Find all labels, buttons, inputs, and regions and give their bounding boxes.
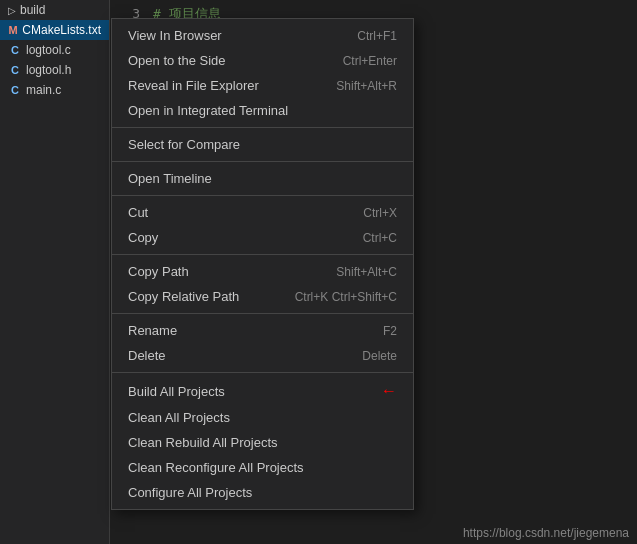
menu-item-configure-all[interactable]: Configure All Projects bbox=[112, 480, 413, 505]
menu-shortcut: Ctrl+X bbox=[363, 206, 397, 220]
context-menu: View In Browser Ctrl+F1 Open to the Side… bbox=[111, 18, 414, 510]
menu-separator-5 bbox=[112, 313, 413, 314]
file-icon-c: C bbox=[8, 64, 22, 76]
menu-separator-2 bbox=[112, 161, 413, 162]
menu-shortcut: Shift+Alt+R bbox=[336, 79, 397, 93]
menu-separator-4 bbox=[112, 254, 413, 255]
menu-shortcut: Ctrl+K Ctrl+Shift+C bbox=[295, 290, 397, 304]
sidebar-item-label: CMakeLists.txt bbox=[22, 23, 101, 37]
sidebar-item-cmakelists[interactable]: M CMakeLists.txt bbox=[0, 20, 109, 40]
menu-item-label: Configure All Projects bbox=[128, 485, 252, 500]
url-bar: https://blog.csdn.net/jiegemena bbox=[110, 522, 637, 544]
sidebar-item-label: logtool.c bbox=[26, 43, 71, 57]
menu-item-open-in-terminal[interactable]: Open in Integrated Terminal bbox=[112, 98, 413, 123]
menu-item-label: Cut bbox=[128, 205, 148, 220]
menu-separator-6 bbox=[112, 372, 413, 373]
file-icon-c: C bbox=[8, 44, 22, 56]
menu-item-label: Build All Projects bbox=[128, 384, 225, 399]
menu-item-reveal-in-explorer[interactable]: Reveal in File Explorer Shift+Alt+R bbox=[112, 73, 413, 98]
arrow-indicator-icon: ← bbox=[381, 382, 397, 400]
menu-item-copy-relative-path[interactable]: Copy Relative Path Ctrl+K Ctrl+Shift+C bbox=[112, 284, 413, 309]
menu-item-cut[interactable]: Cut Ctrl+X bbox=[112, 200, 413, 225]
menu-separator-3 bbox=[112, 195, 413, 196]
sidebar-item-build[interactable]: ▷ build bbox=[0, 0, 109, 20]
sidebar-item-label: build bbox=[20, 3, 45, 17]
menu-separator-1 bbox=[112, 127, 413, 128]
sidebar-item-logtool-c[interactable]: C logtool.c bbox=[0, 40, 109, 60]
menu-shortcut: Ctrl+Enter bbox=[343, 54, 397, 68]
sidebar-item-logtool-h[interactable]: C logtool.h bbox=[0, 60, 109, 80]
sidebar-item-label: main.c bbox=[26, 83, 61, 97]
menu-item-label: Clean Reconfigure All Projects bbox=[128, 460, 304, 475]
menu-item-label: Open Timeline bbox=[128, 171, 212, 186]
expand-arrow-icon: ▷ bbox=[8, 5, 16, 16]
menu-item-clean-all[interactable]: Clean All Projects bbox=[112, 405, 413, 430]
menu-item-copy-path[interactable]: Copy Path Shift+Alt+C bbox=[112, 259, 413, 284]
menu-item-copy[interactable]: Copy Ctrl+C bbox=[112, 225, 413, 250]
menu-item-build-all[interactable]: Build All Projects ← bbox=[112, 377, 413, 405]
menu-shortcut: Ctrl+C bbox=[363, 231, 397, 245]
menu-item-select-for-compare[interactable]: Select for Compare bbox=[112, 132, 413, 157]
menu-item-clean-reconfigure[interactable]: Clean Reconfigure All Projects bbox=[112, 455, 413, 480]
menu-item-label: Select for Compare bbox=[128, 137, 240, 152]
sidebar: ▷ build M CMakeLists.txt C logtool.c C l… bbox=[0, 0, 110, 544]
menu-item-clean-rebuild[interactable]: Clean Rebuild All Projects bbox=[112, 430, 413, 455]
file-icon-c: C bbox=[8, 84, 22, 96]
menu-item-label: Copy bbox=[128, 230, 158, 245]
menu-item-label: Clean Rebuild All Projects bbox=[128, 435, 278, 450]
menu-shortcut: F2 bbox=[383, 324, 397, 338]
menu-item-open-timeline[interactable]: Open Timeline bbox=[112, 166, 413, 191]
menu-shortcut: Ctrl+F1 bbox=[357, 29, 397, 43]
menu-item-label: View In Browser bbox=[128, 28, 222, 43]
menu-shortcut: Shift+Alt+C bbox=[336, 265, 397, 279]
sidebar-item-label: logtool.h bbox=[26, 63, 71, 77]
menu-item-label: Copy Relative Path bbox=[128, 289, 239, 304]
menu-item-rename[interactable]: Rename F2 bbox=[112, 318, 413, 343]
menu-item-label: Open in Integrated Terminal bbox=[128, 103, 288, 118]
menu-shortcut: Delete bbox=[362, 349, 397, 363]
menu-item-open-to-side[interactable]: Open to the Side Ctrl+Enter bbox=[112, 48, 413, 73]
menu-item-label: Copy Path bbox=[128, 264, 189, 279]
file-icon-m: M bbox=[8, 24, 18, 36]
menu-item-label: Open to the Side bbox=[128, 53, 226, 68]
menu-item-label: Delete bbox=[128, 348, 166, 363]
menu-item-label: Reveal in File Explorer bbox=[128, 78, 259, 93]
sidebar-item-main-c[interactable]: C main.c bbox=[0, 80, 109, 100]
menu-item-view-in-browser[interactable]: View In Browser Ctrl+F1 bbox=[112, 23, 413, 48]
menu-item-label: Clean All Projects bbox=[128, 410, 230, 425]
menu-item-label: Rename bbox=[128, 323, 177, 338]
url-text: https://blog.csdn.net/jiegemena bbox=[463, 526, 629, 540]
menu-item-delete[interactable]: Delete Delete bbox=[112, 343, 413, 368]
